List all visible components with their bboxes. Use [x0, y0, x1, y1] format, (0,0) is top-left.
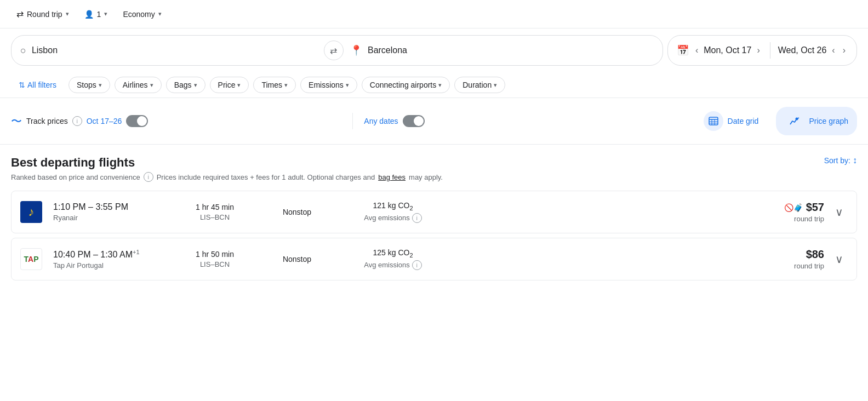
airlines-chevron: ▾ — [150, 82, 153, 89]
price-note-tap: round trip — [794, 262, 824, 270]
airlines-filter-button[interactable]: Airlines ▾ — [115, 77, 162, 93]
emissions-info-icon-tap[interactable]: i — [412, 260, 422, 270]
price-filter-button[interactable]: Price ▾ — [210, 77, 249, 93]
search-row: ○ Lisbon ⇄ 📍 Barcelona 📅 ‹ Mon, Oct 17 ›… — [0, 28, 868, 72]
tap-logo-text: TAP — [24, 255, 39, 263]
connecting-airports-filter-button[interactable]: Connecting airports ▾ — [362, 77, 450, 93]
price-chevron: ▾ — [237, 82, 241, 89]
connecting-airports-label: Connecting airports — [370, 81, 436, 89]
flight-price-tap: $86 round trip — [794, 248, 824, 270]
depart-date[interactable]: Mon, Oct 17 — [704, 45, 751, 55]
price-display-tap: $86 — [794, 248, 824, 261]
bags-filter-button[interactable]: Bags ▾ — [166, 77, 205, 93]
duration-time-tap: 1 hr 50 min — [174, 250, 256, 259]
track-prices-dates: Oct 17–26 — [87, 117, 122, 125]
price-actual-tap: $86 — [806, 248, 824, 260]
swap-button[interactable]: ⇄ — [324, 41, 344, 60]
date-divider — [770, 42, 770, 59]
price-graph-icon — [785, 111, 804, 131]
expand-tap-button[interactable]: ∨ — [831, 250, 848, 268]
track-bar: 〜 Track prices i Oct 17–26 Any dates Dat… — [0, 98, 868, 145]
date-grid-button[interactable]: Date grid — [695, 107, 768, 135]
expand-ryanair-button[interactable]: ∨ — [831, 203, 848, 221]
stops-filter-button[interactable]: Stops ▾ — [68, 77, 110, 93]
passengers-chevron: ▾ — [104, 10, 107, 18]
return-date[interactable]: Wed, Oct 26 — [778, 45, 827, 55]
subtitle-ranked-text: Ranked based on price and convenience — [11, 173, 140, 181]
route-code-ryanair: LIS–BCN — [174, 213, 256, 221]
destination-pin-icon: 📍 — [350, 44, 362, 56]
any-dates-label: Any dates — [364, 117, 398, 125]
passengers-button[interactable]: 👤 1 ▾ — [79, 7, 113, 22]
calendar-icon: 📅 — [677, 44, 689, 56]
bags-chevron: ▾ — [194, 82, 197, 89]
track-prices-toggle[interactable] — [126, 115, 148, 127]
times-filter-button[interactable]: Times ▾ — [253, 77, 296, 93]
emissions-chevron: ▾ — [346, 82, 349, 89]
flight-card-tap[interactable]: TAP 10:40 PM – 1:30 AM+1 Tap Air Portuga… — [11, 238, 857, 280]
duration-time-ryanair: 1 hr 45 min — [174, 203, 256, 211]
duration-filter-button[interactable]: Duration ▾ — [454, 77, 505, 93]
flight-stops-tap: Nonstop — [256, 255, 338, 263]
return-next-button[interactable]: › — [841, 43, 848, 58]
results-info-icon[interactable]: i — [144, 172, 153, 182]
price-note-text: Prices include required taxes + fees for… — [157, 173, 375, 181]
depart-next-button[interactable]: › — [755, 43, 762, 58]
sort-arrows-icon: ↕ — [853, 156, 857, 165]
price-graph-button[interactable]: Price graph — [776, 107, 857, 135]
emissions-val-tap: 125 kg CO2 — [338, 248, 448, 259]
person-icon: 👤 — [84, 10, 94, 19]
times-label: Times — [261, 81, 282, 89]
track-bar-divider — [352, 113, 353, 129]
track-prices-section: 〜 Track prices i Oct 17–26 — [11, 114, 341, 129]
flight-card-ryanair[interactable]: ♪ 1:10 PM – 3:55 PM Ryanair 1 hr 45 min … — [11, 191, 857, 233]
airline-name-tap: Tap Air Portugal — [53, 261, 174, 270]
route-search-box[interactable]: ○ Lisbon ⇄ 📍 Barcelona — [11, 35, 663, 66]
return-date-group: Wed, Oct 26 ‹ › — [778, 43, 848, 58]
connecting-airports-chevron: ▾ — [438, 82, 442, 89]
flight-stops-ryanair: Nonstop — [256, 208, 338, 216]
date-grid-icon — [704, 111, 723, 131]
results-section: Best departing flights Ranked based on p… — [0, 145, 868, 280]
stops-label: Stops — [77, 81, 96, 89]
return-prev-button[interactable]: ‹ — [830, 43, 837, 58]
swap-arrows-icon: ⇄ — [16, 9, 24, 19]
ryanair-harp-icon: ♪ — [28, 205, 35, 219]
time-range-tap: 10:40 PM – 1:30 AM+1 — [53, 249, 174, 260]
flight-times-ryanair: 1:10 PM – 3:55 PM Ryanair — [53, 202, 174, 222]
stops-text-tap: Nonstop — [256, 255, 338, 263]
date-picker[interactable]: 📅 ‹ Mon, Oct 17 › Wed, Oct 26 ‹ › — [667, 35, 857, 66]
track-prices-info-icon[interactable]: i — [72, 116, 82, 126]
emissions-label-ryanair: Avg emissions i — [338, 213, 448, 223]
results-subtitle: Ranked based on price and convenience i … — [11, 172, 443, 182]
track-prices-label: Track prices — [26, 117, 68, 125]
flights-list: ♪ 1:10 PM – 3:55 PM Ryanair 1 hr 45 min … — [11, 191, 857, 280]
baggage-strike-icon: 🚫🧳 — [784, 203, 803, 212]
top-bar: ⇄ Round trip ▾ 👤 1 ▾ Economy ▾ — [0, 0, 868, 28]
destination-input[interactable]: Barcelona — [368, 45, 407, 55]
origin-input[interactable]: Lisbon — [32, 45, 58, 55]
tap-logo: TAP — [20, 248, 42, 270]
class-button[interactable]: Economy ▾ — [117, 7, 167, 22]
all-filters-button[interactable]: ⇅ All filters — [11, 77, 64, 93]
any-dates-section: Any dates — [364, 115, 694, 127]
sort-by-button[interactable]: Sort by: ↕ — [824, 156, 857, 165]
trip-type-chevron: ▾ — [66, 10, 69, 18]
any-dates-toggle[interactable] — [403, 115, 425, 127]
emissions-filter-button[interactable]: Emissions ▾ — [300, 77, 357, 93]
trip-type-button[interactable]: ⇄ Round trip ▾ — [11, 5, 75, 22]
emissions-val-ryanair: 121 kg CO2 — [338, 201, 448, 211]
bags-label: Bags — [174, 81, 192, 89]
ryanair-logo: ♪ — [20, 201, 42, 223]
results-header: Best departing flights Ranked based on p… — [11, 156, 857, 182]
swap-icon: ⇄ — [330, 45, 337, 56]
class-label: Economy — [123, 10, 155, 19]
emissions-label-tap: Avg emissions i — [338, 260, 448, 270]
date-grid-label: Date grid — [728, 117, 759, 125]
duration-chevron: ▾ — [494, 82, 497, 89]
depart-prev-button[interactable]: ‹ — [693, 43, 700, 58]
price-label: Price — [218, 81, 236, 89]
bag-fees-link[interactable]: bag fees — [378, 173, 406, 181]
emissions-info-icon-ryanair[interactable]: i — [412, 213, 422, 223]
stops-chevron: ▾ — [99, 82, 102, 89]
